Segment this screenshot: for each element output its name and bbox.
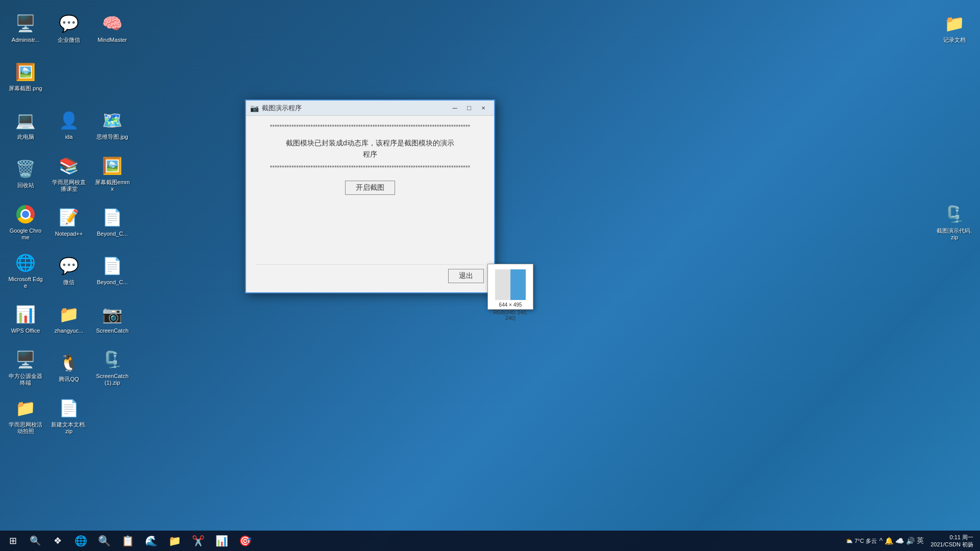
icon-records-folder[interactable]: 📁 记录文档 (934, 5, 975, 51)
icon-mindmaster[interactable]: 🧠 MindMaster (92, 5, 133, 51)
desktop: 🖥️ Administr... 💬 企业微信 🧠 MindMaster 🖼️ 屏… (0, 0, 980, 531)
icon-xueersi-folder[interactable]: 📁 学而思网校活动拍照 (5, 393, 46, 439)
stars-bottom: ****************************************… (256, 164, 484, 171)
tray-volume[interactable]: 🔊 (906, 537, 915, 545)
icon-this-pc[interactable]: 💻 此电脑 (5, 102, 46, 148)
icon-screenshot-demo[interactable]: 🗜️ 截图演示代码.zip (934, 199, 975, 245)
icon-qq[interactable]: 🐧 腾讯QQ (48, 344, 89, 390)
weather-display: ⛅ 7°C 多云 (846, 537, 877, 545)
taskbar-app-wps[interactable]: 📊 (211, 531, 232, 551)
system-tray: ^ 🔔 ☁️ 🔊 英 (879, 536, 924, 545)
icon-administrator[interactable]: 🖥️ Administr... (5, 5, 46, 51)
icon-beyond-c2[interactable]: 📄 Beyond_C... (92, 247, 133, 293)
minimize-button[interactable]: ─ (448, 103, 461, 114)
tray-cloud[interactable]: ☁️ (895, 537, 904, 545)
icon-ms-edge[interactable]: 🌐 Microsoft Edge (5, 247, 46, 293)
icon-weixin[interactable]: 💬 微信 (48, 247, 89, 293)
icon-zhangyuc[interactable]: 📁 zhangyuc... (48, 296, 89, 342)
weather-icon: ⛅ (846, 538, 853, 544)
color-picker-popup: 644 × 495 RGB(240, 240, 240) (487, 264, 533, 310)
clock-date: 2021/CSDN 初扬 (930, 541, 973, 548)
dialog-window: 📷 截图演示程序 ─ □ × *************************… (245, 99, 495, 293)
stars-top: ****************************************… (256, 123, 484, 131)
start-button[interactable]: ⊞ (3, 531, 23, 551)
color-cell-gray1 (495, 269, 510, 285)
color-size-info: 644 × 495 (488, 302, 533, 308)
color-cell-blue1 (510, 269, 526, 285)
color-cell-gray2 (495, 285, 510, 300)
icon-ida[interactable]: 👤 ida (48, 102, 89, 148)
taskbar-app-cortana[interactable]: 📋 (117, 531, 138, 551)
color-rgb-info: RGB(240, 240, 240) (488, 310, 533, 321)
quit-button[interactable]: 退出 (448, 269, 484, 283)
color-preview-grid (495, 269, 526, 300)
icon-siweidaotu[interactable]: 🗺️ 思维导图.jpg (92, 102, 133, 148)
dialog-body: ****************************************… (246, 116, 494, 292)
dialog-title: 📷 截图演示程序 (250, 104, 302, 113)
icon-screenshot-png[interactable]: 🖼️ 屏幕截图.png (5, 54, 46, 99)
icon-recycle[interactable]: 🗑️ 回收站 (5, 151, 46, 196)
taskbar-app-scissors[interactable]: ✂️ (187, 531, 209, 551)
dialog-footer: 退出 (256, 264, 484, 287)
tray-expand[interactable]: ^ (879, 537, 883, 545)
taskbar-app-misc[interactable]: 🎯 (234, 531, 256, 551)
task-view-button[interactable]: ❖ (47, 531, 68, 551)
icon-screencatch-zip[interactable]: 🗜️ ScreenCatch(1).zip (92, 344, 133, 390)
icon-google-chrome[interactable]: Google Chrome (5, 199, 46, 245)
icon-qiye-weixin[interactable]: 💬 企业微信 (48, 5, 89, 51)
icon-screencatch3[interactable]: 📷 ScreenCatch (92, 296, 133, 342)
start-capture-area: 开启截图 (256, 181, 484, 195)
desktop-icons-right: 📁 记录文档 🗜️ 截图演示代码.zip (934, 5, 975, 245)
taskbar: ⊞ 🔍 ❖ 🌐 🔍 📋 🌊 📁 ✂️ 📊 🎯 ⛅ 7°C 多云 ^ 🔔 ☁️ 🔊… (0, 531, 980, 551)
icon-wps[interactable]: 📊 WPS Office (5, 296, 46, 342)
taskbar-app-edge[interactable]: 🌐 (70, 531, 91, 551)
taskbar-app-store[interactable]: 🌊 (140, 531, 162, 551)
taskbar-app-search[interactable]: 🔍 (93, 531, 115, 551)
clock-time: 0:11 周一 (930, 534, 973, 541)
search-button[interactable]: 🔍 (25, 531, 45, 551)
start-capture-button[interactable]: 开启截图 (345, 181, 395, 195)
color-cell-blue2 (510, 285, 526, 300)
dialog-titlebar[interactable]: 📷 截图演示程序 ─ □ × (246, 101, 494, 116)
tray-notification[interactable]: 🔔 (885, 537, 893, 545)
icon-zhongfang[interactable]: 🖥️ 申方公源金器终端 (5, 344, 46, 390)
close-button[interactable]: × (477, 103, 490, 114)
icon-notepadpp[interactable]: 📝 Notepad++ (48, 199, 89, 245)
desktop-icons-left: 🖥️ Administr... 💬 企业微信 🧠 MindMaster 🖼️ 屏… (5, 5, 133, 439)
taskbar-left: ⊞ 🔍 ❖ 🌐 🔍 📋 🌊 📁 ✂️ 📊 🎯 (3, 531, 256, 551)
icon-new-text[interactable]: 📄 新建文本文档.zip (48, 393, 89, 439)
dialog-icon: 📷 (250, 104, 259, 112)
clock-display[interactable]: 0:11 周一 2021/CSDN 初扬 (926, 534, 977, 548)
dialog-message: 截图模块已封装成d动态库，该程序是截图模块的演示 程序 (256, 137, 484, 160)
icon-xueersi[interactable]: 📚 学而思网校直播课堂 (48, 151, 89, 196)
taskbar-app-explorer[interactable]: 📁 (164, 531, 185, 551)
icon-screen-emmx[interactable]: 🖼️ 屏幕截图emmx (92, 151, 133, 196)
window-controls: ─ □ × (448, 103, 490, 114)
taskbar-right: ⛅ 7°C 多云 ^ 🔔 ☁️ 🔊 英 0:11 周一 2021/CSDN 初扬 (846, 534, 977, 548)
maximize-button[interactable]: □ (462, 103, 476, 114)
icon-beyond-c1[interactable]: 📄 Beyond_C... (92, 199, 133, 245)
tray-language[interactable]: 英 (917, 536, 924, 545)
